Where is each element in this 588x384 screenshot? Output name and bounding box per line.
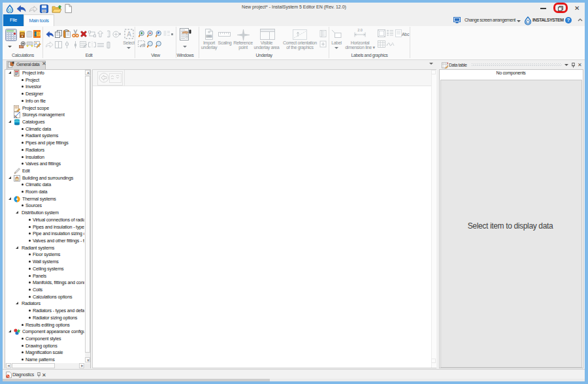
svg-text:A: A bbox=[127, 31, 131, 38]
svg-text:2.0: 2.0 bbox=[357, 28, 363, 32]
svg-text:DWG: DWG bbox=[206, 35, 212, 38]
